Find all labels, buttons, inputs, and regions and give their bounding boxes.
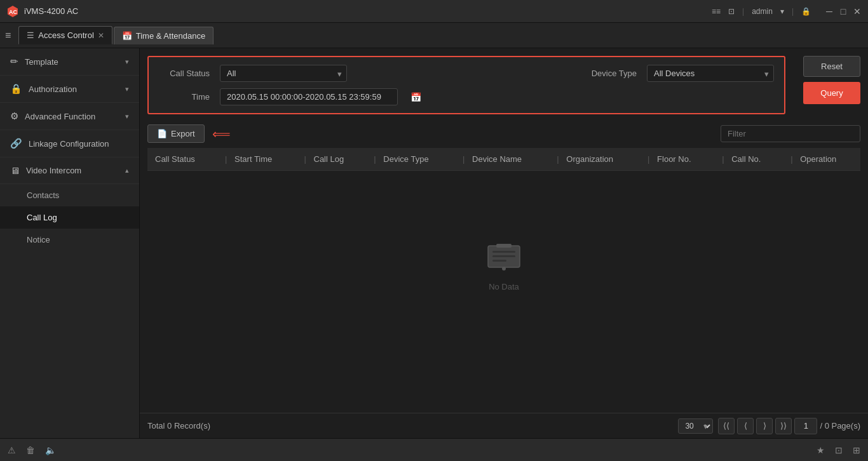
- maximize-button[interactable]: □: [839, 7, 848, 16]
- next-page-button[interactable]: ⟩: [756, 418, 773, 434]
- right-buttons: Reset Query: [803, 56, 860, 104]
- authorization-icon: 🔒: [10, 83, 22, 95]
- contacts-label: Contacts: [27, 190, 59, 200]
- audio-status-icon[interactable]: 🔈: [45, 445, 56, 455]
- tab-access-control-label: Access Control: [38, 30, 93, 40]
- total-pages: / 0 Page(s): [820, 421, 860, 431]
- col-call-status: Call Status: [147, 148, 217, 171]
- advanced-function-icon: ⚙: [10, 110, 18, 122]
- main-layout: ✏ Template ▾ 🔒 Authorization ▾ ⚙ Advance…: [0, 48, 868, 438]
- export-arrow-indicator: ⟸: [212, 126, 231, 142]
- advanced-function-arrow-icon: ▾: [125, 112, 129, 121]
- filter-search-input[interactable]: [721, 125, 860, 142]
- admin-dropdown-icon[interactable]: ▾: [780, 7, 784, 16]
- svg-rect-6: [492, 260, 506, 262]
- svg-text:AC: AC: [9, 9, 17, 15]
- sidebar-item-video-intercom[interactable]: 🖥 Video Intercom ▴: [0, 157, 139, 184]
- col-call-no: | Call No.: [714, 148, 783, 171]
- app-title: iVMS-4200 AC: [24, 6, 712, 16]
- last-page-button[interactable]: ⟩⟩: [775, 418, 792, 434]
- linkage-configuration-icon: 🔗: [10, 138, 22, 149]
- device-type-select[interactable]: All Devices Indoor Station Door Station …: [647, 65, 774, 82]
- reset-button[interactable]: Reset: [803, 56, 860, 77]
- statusbar: ⚠ 🗑 🔈 ★ ⊡ ⊞: [0, 438, 868, 461]
- col-call-log: | Call Log: [296, 148, 366, 171]
- sidebar-item-linkage-configuration-label: Linkage Configuration: [29, 139, 129, 149]
- access-control-tab-icon: ☰: [27, 30, 34, 40]
- device-type-label: Device Type: [586, 69, 637, 78]
- sidebar-item-video-intercom-label: Video Intercom: [26, 166, 119, 175]
- tab-access-control[interactable]: ☰ Access Control ✕: [18, 26, 112, 44]
- page-size-select[interactable]: 30 50 100: [678, 418, 713, 434]
- prev-page-button[interactable]: ⟨: [737, 418, 754, 434]
- sidebar-item-linkage-configuration[interactable]: 🔗 Linkage Configuration: [0, 130, 139, 157]
- admin-label[interactable]: admin: [752, 7, 773, 16]
- page-size-wrapper: 30 50 100: [678, 418, 713, 434]
- video-intercom-icon: 🖥: [10, 165, 20, 176]
- tab-access-control-close[interactable]: ✕: [98, 31, 104, 40]
- tab-time-attendance-label: Time & Attendance: [136, 31, 205, 41]
- filter-bar: Call Status All Answered Missed Rejected…: [147, 56, 785, 114]
- no-data-icon: [485, 241, 523, 274]
- sidebar-sub-item-contacts[interactable]: Contacts: [0, 184, 139, 206]
- sidebar-item-authorization-label: Authorization: [29, 84, 119, 94]
- titlebar: AC iVMS-4200 AC ≡≡ ⊡ | admin ▾ | 🔒 ─ □ ✕: [0, 0, 868, 23]
- grid-status-icon[interactable]: ⊞: [853, 445, 860, 455]
- no-data-text: No Data: [489, 282, 519, 291]
- calendar-icon[interactable]: 📅: [410, 92, 421, 102]
- close-button[interactable]: ✕: [853, 7, 862, 16]
- template-arrow-icon: ▾: [125, 58, 129, 66]
- time-input[interactable]: [220, 88, 398, 105]
- first-page-button[interactable]: ⟨⟨: [718, 418, 735, 434]
- sidebar-item-advanced-function[interactable]: ⚙ Advanced Function ▾: [0, 103, 139, 130]
- svg-rect-5: [492, 255, 515, 257]
- hamburger-menu[interactable]: ≡: [5, 30, 11, 41]
- pagination-total: Total 0 Record(s): [147, 421, 673, 431]
- time-attendance-tab-icon: 📅: [122, 31, 132, 41]
- tab-time-attendance[interactable]: 📅 Time & Attendance: [114, 27, 214, 44]
- app-logo: AC: [6, 5, 19, 18]
- call-log-label: Call Log: [27, 213, 57, 222]
- call-status-select[interactable]: All Answered Missed Rejected: [220, 65, 347, 82]
- call-status-label: Call Status: [159, 69, 210, 78]
- filter-row-call-status: Call Status All Answered Missed Rejected…: [159, 65, 774, 82]
- sidebar-item-authorization[interactable]: 🔒 Authorization ▾: [0, 76, 139, 103]
- minimize-button[interactable]: ─: [825, 7, 834, 16]
- col-floor-no: | Floor No.: [640, 148, 714, 171]
- sidebar-sub-item-notice[interactable]: Notice: [0, 229, 139, 251]
- col-organization: | Organization: [549, 148, 640, 171]
- svg-rect-3: [496, 244, 512, 248]
- alert-status-icon[interactable]: ⚠: [8, 445, 16, 455]
- pagination: Total 0 Record(s) 30 50 100 ⟨⟨ ⟨ ⟩ ⟩⟩ / …: [140, 413, 868, 438]
- monitor-icon[interactable]: ⊡: [728, 7, 735, 16]
- sidebar-item-template-label: Template: [25, 57, 119, 67]
- titlebar-actions: ≡≡ ⊡ | admin ▾ | 🔒 ─ □ ✕: [712, 7, 862, 16]
- sidebar-sub-item-call-log[interactable]: Call Log: [0, 206, 139, 229]
- export-button[interactable]: 📄 Export: [147, 124, 205, 143]
- sidebar-item-template[interactable]: ✏ Template ▾: [0, 48, 139, 76]
- filter-row-time: Time 📅: [159, 88, 774, 105]
- star-status-icon[interactable]: ★: [817, 445, 825, 455]
- list-view-icon[interactable]: ≡≡: [712, 7, 721, 16]
- table-container: Call Status | Start Time | Call Log |: [147, 148, 860, 413]
- col-start-time: | Start Time: [217, 148, 296, 171]
- table-header: Call Status | Start Time | Call Log |: [147, 148, 860, 171]
- export-label: Export: [171, 129, 195, 138]
- sidebar: ✏ Template ▾ 🔒 Authorization ▾ ⚙ Advance…: [0, 48, 140, 438]
- trash-status-icon[interactable]: 🗑: [26, 445, 35, 455]
- lock-icon[interactable]: 🔒: [801, 7, 811, 16]
- call-status-select-wrapper: All Answered Missed Rejected: [220, 65, 347, 82]
- col-operation: | Operation: [783, 148, 860, 171]
- screen-status-icon[interactable]: ⊡: [835, 445, 843, 455]
- action-bar: 📄 Export ⟸: [140, 119, 868, 148]
- time-label: Time: [159, 92, 210, 102]
- notice-label: Notice: [27, 235, 50, 244]
- page-input[interactable]: [794, 418, 817, 434]
- video-intercom-arrow-icon: ▴: [125, 166, 129, 175]
- query-button[interactable]: Query: [803, 82, 860, 104]
- authorization-arrow-icon: ▾: [125, 85, 129, 93]
- sidebar-item-advanced-function-label: Advanced Function: [25, 112, 119, 121]
- col-device-type: | Device Type: [366, 148, 455, 171]
- content-area: Call Status All Answered Missed Rejected…: [140, 48, 868, 438]
- device-type-select-wrapper: All Devices Indoor Station Door Station …: [647, 65, 774, 82]
